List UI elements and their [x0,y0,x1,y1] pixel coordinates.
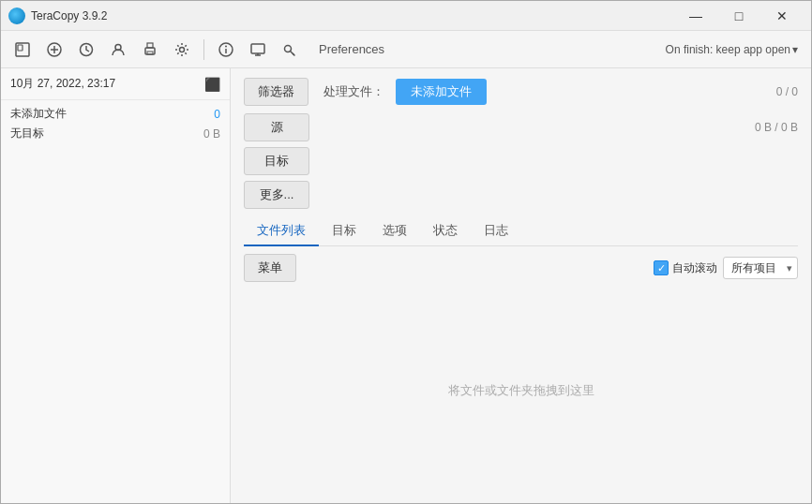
main-tabs: 文件列表 目标 选项 状态 日志 [244,216,798,246]
info-icon[interactable] [212,36,240,64]
main-content: 10月 27, 2022, 23:17 ⬛ 未添加文件 0 无目标 0 B 筛选… [1,68,811,503]
key-icon[interactable] [276,36,304,64]
count-label: 0 / 0 [776,85,798,98]
close-button[interactable]: ✕ [760,1,804,31]
file-info: 未添加文件 0 无目标 0 B [1,100,230,147]
more-row: 更多... [244,181,798,209]
main-window: TeraCopy 3.9.2 — □ ✕ [0,0,812,504]
process-label: 处理文件： [323,83,384,100]
checkbox-check-icon: ✓ [654,260,669,275]
svg-point-13 [225,45,227,47]
app-logo [8,7,25,24]
no-files-row: 未添加文件 0 [10,106,220,122]
window-title: TeraCopy 3.9.2 [31,9,674,22]
left-panel: 10月 27, 2022, 23:17 ⬛ 未添加文件 0 无目标 0 B [1,68,231,503]
session-header: 10月 27, 2022, 23:17 ⬛ [1,68,230,100]
toolbar: Preferences On finish: keep app open ▾ [1,31,811,68]
new-icon[interactable] [8,36,37,64]
svg-rect-9 [147,52,153,54]
svg-rect-1 [18,45,23,51]
stop-icon[interactable]: ⬛ [204,77,220,92]
svg-point-17 [285,45,292,52]
session-date: 10月 27, 2022, 23:17 [10,76,115,92]
toolbar-separator [203,39,204,60]
no-target-value: 0 B [203,127,220,141]
left-body [1,147,230,503]
bottom-controls: 菜单 ✓ 自动滚动 所有项目 错误 已完成 待处理 [244,254,798,282]
source-row: 源 0 B / 0 B [244,113,798,141]
add-icon[interactable] [40,36,68,64]
auto-scroll-label: 自动滚动 [672,260,717,276]
tab-status[interactable]: 状态 [420,216,471,246]
auto-scroll-checkbox[interactable]: ✓ 自动滚动 [654,260,717,276]
tab-log[interactable]: 日志 [471,216,521,246]
maximize-button[interactable]: □ [717,1,760,31]
filter-button[interactable]: 筛选器 [244,78,308,106]
monitor-icon[interactable] [244,36,272,64]
target-button[interactable]: 目标 [244,147,309,175]
filter-select[interactable]: 所有项目 错误 已完成 待处理 [723,257,798,279]
on-finish-button[interactable]: On finish: keep app open ▾ [660,40,804,59]
on-finish-arrow: ▾ [792,43,798,56]
settings-icon[interactable] [168,36,196,64]
drop-area: 将文件或文件夹拖拽到这里 [244,288,798,494]
tab-options[interactable]: 选项 [369,216,420,246]
on-finish-label: On finish: keep app open [666,43,790,56]
no-target-label: 无目标 [10,126,44,141]
right-panel: 筛选器 处理文件： 未添加文件 0 / 0 源 0 B / 0 B 目标 更多.… [231,68,811,503]
no-files-value: 0 [214,108,220,121]
window-controls: — □ ✕ [674,1,804,31]
top-controls: 筛选器 处理文件： 未添加文件 0 / 0 [244,78,798,106]
print-icon[interactable] [136,36,164,64]
more-button[interactable]: 更多... [244,181,309,209]
tab-target[interactable]: 目标 [319,216,369,246]
tab-file-list[interactable]: 文件列表 [244,216,319,246]
svg-point-10 [180,47,185,52]
mid-controls: 源 0 B / 0 B 目标 更多... [244,113,798,209]
no-files-label: 未添加文件 [10,106,67,122]
history-icon[interactable] [72,36,100,64]
no-target-row: 无目标 0 B [10,126,220,141]
source-button[interactable]: 源 [244,113,309,141]
drop-hint: 将文件或文件夹拖拽到这里 [448,382,594,399]
no-files-button[interactable]: 未添加文件 [396,79,487,105]
svg-rect-14 [251,44,264,53]
minimize-button[interactable]: — [674,1,717,31]
filter-select-wrapper: 所有项目 错误 已完成 待处理 [723,257,798,279]
preferences-link[interactable]: Preferences [311,38,392,60]
auto-scroll-area: ✓ 自动滚动 所有项目 错误 已完成 待处理 [654,257,798,279]
titlebar: TeraCopy 3.9.2 — □ ✕ [1,1,811,31]
on-finish-area: On finish: keep app open ▾ [660,40,804,59]
target-row: 目标 [244,147,798,175]
menu-button[interactable]: 菜单 [244,254,296,282]
size-label: 0 B / 0 B [755,121,798,134]
user-icon[interactable] [104,36,132,64]
